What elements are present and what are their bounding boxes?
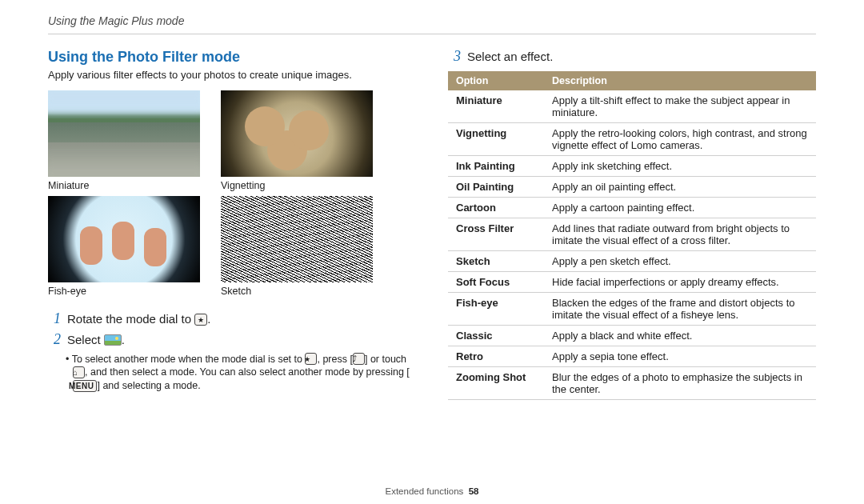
step-number: 2 [48,332,61,348]
thumbnail-label: Vignetting [221,180,373,191]
table-row: Cross FilterAdd lines that radiate outwa… [448,218,816,250]
table-row: Zooming ShotBlur the edges of a photo to… [448,366,816,399]
note-part: ] or touch [365,354,406,365]
note-part: , press [ [317,354,352,365]
option-description: Apply the retro-looking colors, high con… [544,122,816,155]
note-part: ] and selecting a mode. [97,380,200,391]
option-name: Cross Filter [448,218,544,250]
thumbnail-miniature [48,90,200,177]
option-name: Zooming Shot [448,366,544,399]
step-1-text: Rotate the mode dial to . [67,311,416,327]
table-row: SketchApply a pen sketch effect. [448,250,816,271]
thumbnail-label: Fish-eye [48,286,200,297]
step-3-text: Select an effect. [467,49,816,65]
option-name: Soft Focus [448,271,544,292]
step-2-note: To select another mode when the mode dia… [66,353,416,394]
steps-list: 1 Rotate the mode dial to . 2 Select . [48,311,416,348]
option-description: Apply a sepia tone effect. [544,346,816,366]
option-description: Add lines that radiate outward from brig… [544,218,816,250]
photo-filter-icon [104,334,122,346]
table-row: RetroApply a sepia tone effect. [448,346,816,366]
table-row: ClassicApply a black and white effect. [448,325,816,346]
option-description: Apply a black and white effect. [544,325,816,346]
note-part: , and then select a mode. You can also s… [85,366,410,378]
note-part: To select another mode when the mode dia… [72,354,306,365]
option-name: Ink Painting [448,155,544,176]
left-column: Using the Photo Filter mode Apply variou… [48,49,416,400]
thumbnail-label: Sketch [221,286,373,297]
option-description: Hide facial imperfections or apply dream… [544,271,816,292]
table-row: Soft FocusHide facial imperfections or a… [448,271,816,292]
table-row: VignettingApply the retro-looking colors… [448,122,816,155]
table-row: CartoonApply a cartoon painting effect. [448,197,816,218]
option-name: Cartoon [448,197,544,218]
option-name: Vignetting [448,122,544,155]
table-row: MiniatureApply a tilt-shift effect to ma… [448,90,816,123]
effects-table: Option Description MiniatureApply a tilt… [448,71,816,400]
option-name: Fish-eye [448,292,544,325]
option-name: Classic [448,325,544,346]
right-column: 3 Select an effect. Option Description M… [448,49,816,400]
mode-dial-icon [305,353,317,365]
back-button-icon [353,353,365,365]
table-header-description: Description [544,71,816,90]
table-row: Fish-eyeBlacken the edges of the frame a… [448,292,816,325]
mode-dial-icon [194,314,207,326]
footer-section: Extended functions [385,486,463,496]
section-title: Using the Photo Filter mode [48,49,416,66]
thumbnail-fisheye [48,196,200,282]
step-number: 1 [48,311,61,327]
option-name: Oil Painting [448,176,544,197]
step-text-part: . [207,312,210,326]
option-description: Blur the edges of a photo to emphasize t… [544,366,816,399]
table-row: Oil PaintingApply an oil painting effect… [448,176,816,197]
thumbnail-sketch [221,196,373,282]
menu-button-icon: MENU [73,380,97,392]
option-description: Blacken the edges of the frame and disto… [544,292,816,325]
page-footer: Extended functions 58 [0,486,864,496]
table-header-option: Option [448,71,544,90]
option-name: Miniature [448,90,544,123]
step-text-part: Select [67,333,104,346]
option-name: Sketch [448,250,544,271]
breadcrumb: Using the Magic Plus mode [48,14,816,34]
option-description: Apply ink sketching effect. [544,155,816,176]
option-description: Apply a tilt-shift effect to make the su… [544,90,816,123]
thumbnail-vignetting [221,90,373,177]
step-number: 3 [448,49,461,65]
option-description: Apply a pen sketch effect. [544,250,816,271]
page-number: 58 [469,486,479,496]
thumbnail-label: Miniature [48,180,200,191]
option-name: Retro [448,346,544,366]
intro-text: Apply various filter effects to your pho… [48,69,416,81]
table-row: Ink PaintingApply ink sketching effect. [448,155,816,176]
step-2-text: Select . [67,332,416,348]
step-text-part: . [122,333,125,346]
step-text-part: Rotate the mode dial to [67,312,194,326]
home-icon [73,366,85,378]
option-description: Apply an oil painting effect. [544,176,816,197]
option-description: Apply a cartoon painting effect. [544,197,816,218]
thumbnail-grid: Miniature Vignetting Fish-eye Sketch [48,90,416,297]
